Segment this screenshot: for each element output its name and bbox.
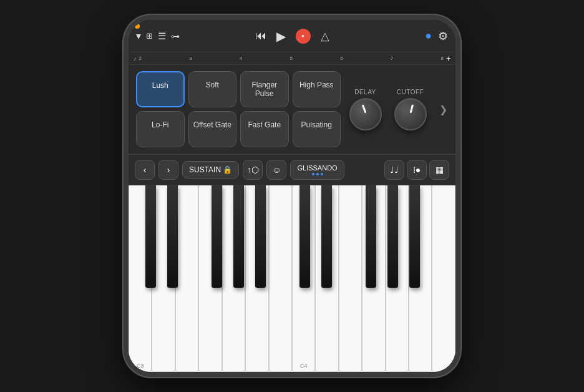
octave-up-button[interactable]: › <box>158 160 178 180</box>
preset-high-pass[interactable]: High Pass <box>293 71 341 107</box>
toolbar-right: ● ⚙ <box>333 29 449 43</box>
ruler-mark-4: 4 <box>240 56 242 61</box>
octave-down-button[interactable]: ‹ <box>135 160 155 180</box>
timeline-ruler: ♪ 2 3 4 5 6 7 8 + <box>129 52 455 65</box>
cutoff-knob[interactable] <box>394 98 427 130</box>
track-indicator <box>135 24 140 29</box>
layers-icon[interactable]: ⊞ <box>146 31 153 41</box>
more-knobs-chevron[interactable]: ❯ <box>439 104 447 115</box>
delay-knob-container: DELAY <box>349 89 382 130</box>
sustain-button[interactable]: SUSTAIN 🔒 <box>182 161 239 179</box>
piano-key-as4[interactable] <box>409 185 420 288</box>
ruler-marks: 2 3 4 5 6 7 8 <box>139 56 444 61</box>
ruler-mark-8: 8 <box>441 56 444 61</box>
delay-label: DELAY <box>354 89 376 96</box>
c4-label: C4 <box>300 363 308 369</box>
delay-knob[interactable] <box>349 98 382 130</box>
toolbar-left: ▾ ⊞ ☰ ⊶ <box>136 30 251 42</box>
smart-controls-icon[interactable]: ● <box>425 29 432 42</box>
piano-key-e3[interactable] <box>175 185 198 372</box>
piano-key-gs3[interactable] <box>233 185 244 288</box>
preset-lo-fi[interactable]: Lo-Fi <box>136 111 185 147</box>
piano-white-keys: C3 C4 <box>129 185 455 372</box>
preset-lush[interactable]: Lush <box>136 71 185 107</box>
add-track-icon[interactable]: + <box>446 54 450 63</box>
piano-key-cs4[interactable] <box>299 185 310 288</box>
glissando-dots <box>312 173 323 175</box>
chord-button[interactable]: ☺ <box>266 160 286 180</box>
preset-flanger-pulse[interactable]: Flanger Pulse <box>240 71 289 107</box>
knobs-row: DELAY CUTOFF ❯ <box>349 89 447 130</box>
grid-button[interactable]: ▦ <box>429 160 449 180</box>
dot-2 <box>316 173 319 175</box>
chord-type-button[interactable]: ⁞● <box>407 160 427 180</box>
preset-area: Lush Soft Flanger Pulse High Pass Lo-Fi … <box>129 65 455 154</box>
toolbar-center: ⏮ ▶ ● △ <box>255 29 329 44</box>
piano-key-fs4[interactable] <box>366 185 376 288</box>
piano-key-ds3[interactable] <box>167 185 178 288</box>
preset-grid: Lush Soft Flanger Pulse High Pass Lo-Fi … <box>136 71 341 147</box>
rewind-icon[interactable]: ⏮ <box>255 29 266 42</box>
toolbar: ▾ ⊞ ☰ ⊶ ⏮ ▶ ● △ ● ⚙ <box>129 20 455 52</box>
glissando-button[interactable]: GLISSANDO <box>290 160 344 180</box>
phone-frame: ▾ ⊞ ☰ ⊶ ⏮ ▶ ● △ ● ⚙ ♪ 2 3 4 5 6 7 8 <box>124 15 460 377</box>
dot-1 <box>312 173 314 175</box>
c3-label: C3 <box>137 363 144 369</box>
play-icon[interactable]: ▶ <box>276 29 286 44</box>
piano-key-b4[interactable] <box>432 185 455 372</box>
glissando-label: GLISSANDO <box>297 164 337 172</box>
piano-key-gs4[interactable] <box>387 185 398 288</box>
ruler-mark-3: 3 <box>189 56 192 61</box>
dot-3 <box>321 173 323 175</box>
ruler-mark-5: 5 <box>290 56 293 61</box>
list-icon[interactable]: ☰ <box>158 31 166 42</box>
arpeggio-button[interactable]: ↑⬡ <box>243 160 263 180</box>
main-content: Lush Soft Flanger Pulse High Pass Lo-Fi … <box>129 65 455 372</box>
record-button[interactable]: ● <box>296 29 311 44</box>
piano-key-cs3[interactable] <box>145 185 156 288</box>
piano-key-e4[interactable] <box>339 185 362 372</box>
cutoff-knob-container: CUTOFF <box>394 89 427 130</box>
cutoff-label: CUTOFF <box>397 89 424 96</box>
piano-key-as3[interactable] <box>255 185 266 288</box>
dropdown-icon[interactable]: ▾ <box>136 30 141 42</box>
preset-pulsating[interactable]: Pulsating <box>293 111 341 147</box>
preset-fast-gate[interactable]: Fast Gate <box>240 111 289 147</box>
right-controls: ♩♩ ⁞● ▦ <box>384 160 449 180</box>
piano-key-b3[interactable] <box>269 185 292 372</box>
controls-bar: ‹ › SUSTAIN 🔒 ↑⬡ ☺ GLISSANDO ♩♩ ⁞● ▦ <box>129 154 455 185</box>
preset-soft[interactable]: Soft <box>188 71 237 107</box>
piano-key-fs3[interactable] <box>212 185 222 288</box>
piano-keyboard[interactable]: C3 C4 <box>129 185 455 372</box>
mixer-icon[interactable]: ⊶ <box>171 31 180 41</box>
ruler-mark-7: 7 <box>391 56 393 61</box>
piano-key-ds4[interactable] <box>321 185 332 288</box>
ruler-mark-6: 6 <box>340 56 343 61</box>
preset-offset-gate[interactable]: Offset Gate <box>188 111 237 147</box>
knobs-area: DELAY CUTOFF ❯ <box>348 71 448 147</box>
ruler-mark-2: 2 <box>139 56 142 61</box>
metronome-icon[interactable]: △ <box>321 29 329 43</box>
notes-button[interactable]: ♩♩ <box>384 160 404 180</box>
settings-icon[interactable]: ⚙ <box>438 29 448 43</box>
